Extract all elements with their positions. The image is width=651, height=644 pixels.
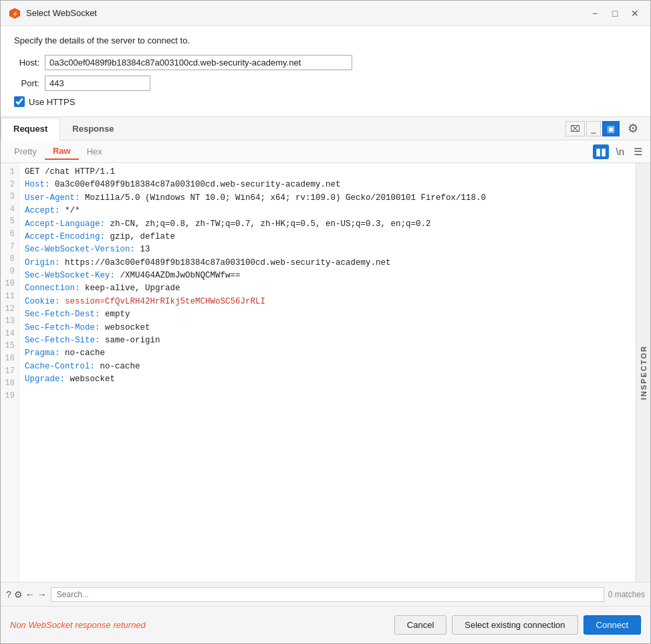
inspector-panel[interactable]: INSPECTOR: [636, 163, 650, 582]
tabs-right: ⌧ ⎯ ▣ ⚙: [565, 117, 650, 140]
menu-button[interactable]: ☰: [631, 144, 645, 159]
https-row: Use HTTPS: [14, 96, 637, 107]
table-row: Sec-Fetch-Site: same-origin: [25, 334, 630, 347]
bottom-bar: Non WebSocket response returned Cancel S…: [1, 606, 650, 643]
view-panel-button[interactable]: ▣: [602, 121, 620, 136]
table-row: [25, 386, 630, 399]
table-row: Sec-WebSocket-Key: /XMU4G4AZDmJwObNQCMWf…: [25, 270, 630, 282]
code-area[interactable]: 12345678910111213141516171819 GET /chat …: [1, 163, 636, 582]
tabs-left: Request Response: [1, 118, 126, 140]
main-area: Request Response ⌧ ⎯ ▣ ⚙ Pretty Raw Hex …: [1, 116, 650, 606]
match-count: 0 matches: [608, 590, 645, 599]
view-list-button[interactable]: ⎯: [586, 121, 601, 136]
table-row: Sec-Fetch-Dest: empty: [25, 308, 630, 321]
table-row: Sec-Fetch-Mode: websocket: [25, 322, 630, 334]
table-row: Accept-Language: zh-CN, zh;q=0.8, zh-TW;…: [25, 218, 630, 231]
websocket-icon: ⚡: [9, 7, 21, 19]
sub-tab-hex[interactable]: Hex: [79, 143, 110, 160]
table-row: Accept-Encoding: gzip, deflate: [25, 231, 630, 243]
inspector-label: INSPECTOR: [640, 345, 648, 400]
table-row: Accept: */*: [25, 205, 630, 217]
close-button[interactable]: ✕: [628, 6, 642, 21]
search-forward-button[interactable]: →: [37, 589, 47, 600]
table-row: Cookie: session=CfQvLRH42HrRIkj5teMCHWoS…: [25, 296, 630, 308]
table-row: Origin: https://0a3c00ef0489f9b18384c87a…: [25, 257, 630, 270]
svg-text:⚡: ⚡: [11, 10, 19, 18]
search-input[interactable]: [51, 587, 604, 602]
newline-button[interactable]: \n: [613, 144, 627, 158]
search-bar-icons: ? ⚙ ← →: [6, 589, 47, 600]
table-row: Pragma: no-cache: [25, 347, 630, 360]
form-subtitle: Specify the details of the server to con…: [14, 35, 637, 45]
port-label: Port:: [14, 78, 39, 88]
title-bar: ⚡ Select WebSocket − □ ✕: [1, 1, 650, 26]
connect-button[interactable]: Connect: [583, 615, 641, 635]
tab-request[interactable]: Request: [1, 118, 60, 140]
view-grid-button[interactable]: ⌧: [565, 121, 585, 136]
title-bar-left: ⚡ Select WebSocket: [9, 7, 97, 19]
table-row: Sec-WebSocket-Version: 13: [25, 243, 630, 256]
editor-container: 12345678910111213141516171819 GET /chat …: [1, 163, 650, 582]
select-existing-button[interactable]: Select existing connection: [452, 615, 577, 635]
sub-tab-pretty[interactable]: Pretty: [6, 143, 45, 160]
settings-gear-button[interactable]: ⚙: [621, 117, 645, 140]
table-row: Cache-Control: no-cache: [25, 360, 630, 373]
host-row: Host:: [14, 55, 637, 70]
use-https-label: Use HTTPS: [29, 97, 75, 107]
sub-tab-raw[interactable]: Raw: [45, 143, 79, 160]
port-row: Port:: [14, 76, 637, 91]
cancel-button[interactable]: Cancel: [394, 615, 446, 635]
host-label: Host:: [14, 58, 39, 68]
search-bar: ? ⚙ ← → 0 matches: [1, 582, 650, 606]
search-back-button[interactable]: ←: [25, 589, 35, 600]
sub-toolbar-right: ▮▮ \n ☰: [593, 144, 645, 159]
main-window: ⚡ Select WebSocket − □ ✕ Specify the det…: [0, 0, 651, 644]
table-row: Host: 0a3c00ef0489f9b18384c87a003100cd.w…: [25, 179, 630, 191]
table-row: GET /chat HTTP/1.1: [25, 166, 630, 179]
title-bar-controls: − □ ✕: [588, 6, 642, 21]
error-message: Non WebSocket response returned: [10, 620, 389, 630]
port-input[interactable]: [45, 76, 150, 91]
host-input[interactable]: [45, 55, 352, 70]
minimize-button[interactable]: −: [588, 6, 602, 21]
use-https-checkbox[interactable]: [14, 96, 25, 107]
tab-response[interactable]: Response: [60, 118, 126, 140]
sub-toolbar: Pretty Raw Hex ▮▮ \n ☰: [1, 140, 650, 163]
wrap-text-button[interactable]: ▮▮: [593, 144, 609, 159]
form-section: Specify the details of the server to con…: [1, 26, 650, 116]
code-lines: GET /chat HTTP/1.1Host: 0a3c00ef0489f9b1…: [19, 163, 636, 582]
table-row: User-Agent: Mozilla/5.0 (Windows NT 10.0…: [25, 192, 630, 205]
table-row: [25, 399, 630, 412]
tabs-header: Request Response ⌧ ⎯ ▣ ⚙: [1, 117, 650, 140]
table-row: Upgrade: websocket: [25, 373, 630, 386]
sub-tabs: Pretty Raw Hex: [6, 143, 110, 160]
window-title: Select WebSocket: [26, 8, 97, 18]
search-settings-button[interactable]: ⚙: [14, 589, 23, 600]
help-button[interactable]: ?: [6, 589, 11, 600]
table-row: Connection: keep-alive, Upgrade: [25, 282, 630, 295]
line-numbers: 12345678910111213141516171819: [1, 163, 19, 582]
maximize-button[interactable]: □: [608, 6, 622, 21]
